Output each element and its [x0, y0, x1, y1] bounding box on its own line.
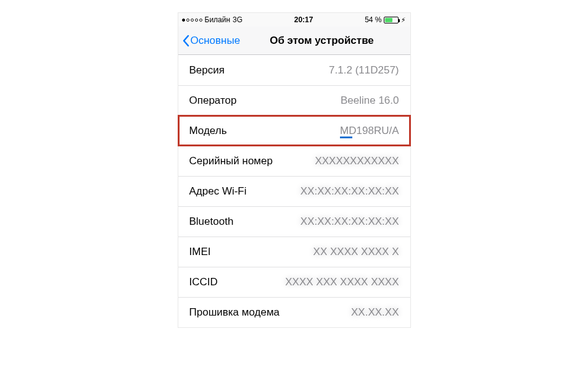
row-label: Bluetooth: [189, 216, 234, 228]
row-bluetooth[interactable]: Bluetooth XX:XX:XX:XX:XX:XX: [178, 206, 410, 237]
row-serial[interactable]: Серийный номер XXXXXXXXXXXX: [178, 146, 410, 176]
row-wifi[interactable]: Адрес Wi-Fi XX:XX:XX:XX:XX:XX: [178, 176, 410, 206]
row-value-redacted: XXXXXXXXXXXX: [315, 155, 399, 167]
status-bar: Билайн 3G 20:17 54 % ⚡︎: [178, 13, 410, 27]
phone-frame: Билайн 3G 20:17 54 % ⚡︎ Доступно 1,1 ГБ …: [178, 12, 411, 328]
row-value: Beeline 16.0: [341, 94, 399, 107]
row-label: Серийный номер: [189, 155, 273, 167]
network-label: 3G: [233, 15, 242, 24]
row-label: Адрес Wi-Fi: [189, 185, 247, 198]
row-label: IMEI: [189, 246, 211, 258]
row-value-redacted: XX.XX.XX: [351, 306, 399, 319]
back-button[interactable]: Основные: [178, 35, 241, 47]
row-label: Модель: [189, 125, 227, 137]
chevron-left-icon: [182, 35, 189, 47]
row-carrier[interactable]: Оператор Beeline 16.0: [178, 85, 410, 115]
back-label: Основные: [191, 35, 241, 47]
row-version[interactable]: Версия 7.1.2 (11D257): [178, 55, 410, 85]
row-value: 7.1.2 (11D257): [329, 64, 399, 77]
row-value: MD198RU/A: [340, 125, 399, 137]
row-label: Прошивка модема: [189, 306, 280, 319]
battery-percent: 54 %: [365, 15, 381, 24]
carrier-label: Билайн: [205, 15, 231, 24]
row-label: ICCID: [189, 276, 218, 288]
settings-list: Версия 7.1.2 (11D257) Оператор Beeline 1…: [178, 55, 410, 327]
row-iccid[interactable]: ICCID XXXX XXX XXXX XXXX: [178, 267, 410, 297]
row-value-redacted: XX:XX:XX:XX:XX:XX: [300, 216, 399, 228]
row-label: Версия: [189, 64, 225, 77]
clock: 20:17: [294, 15, 313, 24]
charging-icon: ⚡︎: [401, 16, 406, 24]
nav-bar: Доступно 1,1 ГБ Основные Об этом устройс…: [178, 27, 410, 55]
row-value-redacted: XX:XX:XX:XX:XX:XX: [300, 185, 399, 198]
row-label: Оператор: [189, 94, 237, 107]
row-value-redacted: XXXX XXX XXXX XXXX: [285, 276, 399, 288]
row-value-redacted: XX XXXX XXXX X: [313, 246, 399, 258]
signal-dots-icon: [182, 19, 202, 22]
row-imei[interactable]: IMEI XX XXXX XXXX X: [178, 237, 410, 267]
battery-icon: [384, 17, 399, 23]
row-modem-firmware[interactable]: Прошивка модема XX.XX.XX: [178, 297, 410, 327]
row-model[interactable]: Модель MD198RU/A: [178, 115, 410, 146]
